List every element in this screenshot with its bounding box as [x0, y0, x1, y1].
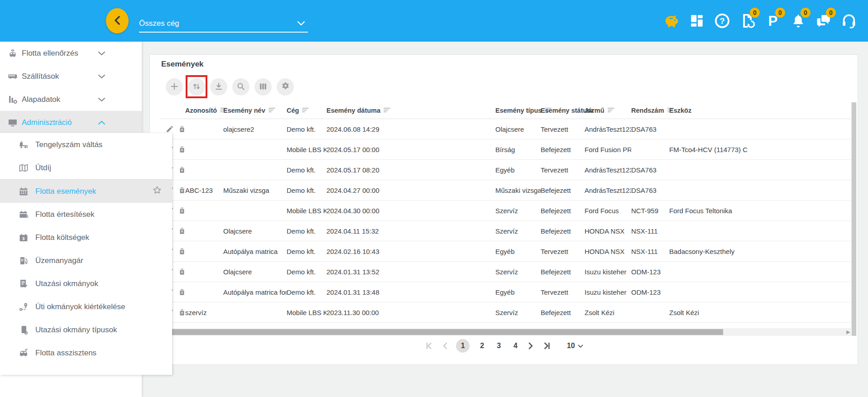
table-row: OlajcsereDemo kft.2024.04.11 15:32Szerví…	[160, 221, 851, 241]
delete-button[interactable]	[178, 166, 186, 174]
sidebar-item-travel-doc-evaluation[interactable]: Úti okmányok kiértékelése	[0, 295, 172, 318]
messages-icon[interactable]: 0	[814, 11, 833, 31]
filter-sort-icon[interactable]	[384, 107, 390, 114]
table-cell: Demo kft.	[287, 248, 326, 255]
chevron-down-icon	[578, 342, 583, 350]
sidebar-item-fleet-costs[interactable]: $ Flotta költségek	[0, 226, 172, 249]
filter-sort-icon[interactable]	[269, 107, 275, 114]
company-selector[interactable]: Összes cég	[139, 15, 308, 33]
table-cell: Műszaki vizsga	[223, 187, 287, 194]
delete-button[interactable]	[178, 227, 186, 235]
column-header[interactable]: Cég	[287, 107, 326, 114]
delete-button[interactable]	[178, 288, 186, 296]
next-page-button[interactable]	[528, 341, 534, 350]
horizontal-scrollbar[interactable]: ◀ ▶	[160, 328, 851, 336]
table-cell: 2024.04.11 15:32	[326, 227, 495, 235]
delete-button[interactable]	[178, 206, 186, 215]
table-cell: Mobile LBS Kft.	[287, 207, 326, 215]
favorite-star-icon[interactable]	[152, 185, 162, 197]
column-header[interactable]: Esemény státusz	[541, 107, 585, 114]
first-page-button[interactable]	[424, 341, 433, 350]
page-button[interactable]: 2	[478, 341, 486, 351]
sidebar-item-fuel-price[interactable]: F Üzemanyagár	[0, 249, 172, 272]
scrollbar-thumb[interactable]	[852, 102, 856, 336]
search-icon	[236, 82, 245, 92]
filter-sort-icon[interactable]	[608, 107, 614, 114]
table-cell: 2024.05.17 08:20	[326, 166, 495, 174]
column-header[interactable]: Jármű	[585, 107, 631, 114]
page-button[interactable]: 4	[511, 341, 520, 351]
previous-page-button[interactable]	[441, 341, 448, 350]
sidebar-item-label: Flotta ellenőrzés	[22, 49, 78, 58]
sidebar-item-toll[interactable]: Útdíj	[0, 156, 172, 179]
column-header[interactable]: Azonosító	[185, 107, 223, 114]
table-cell: AndrásTeszt1234	[585, 187, 631, 194]
sidebar-item-travel-documents[interactable]: Utazási okmányok	[0, 272, 172, 295]
add-event-button[interactable]	[166, 78, 183, 96]
vertical-scrollbar[interactable]	[851, 102, 857, 336]
settings-button[interactable]	[277, 78, 294, 96]
table-cell: HONDA NSX	[585, 248, 631, 255]
filter-sort-icon[interactable]	[302, 107, 309, 114]
delete-button[interactable]	[178, 145, 186, 153]
sidebar-item-label: Szállítások	[22, 72, 59, 81]
table-cell: 2024.01.31 13:48	[326, 288, 495, 296]
table-cell: Szervíz	[495, 227, 541, 235]
calendar-icon	[18, 186, 29, 197]
table-row: Autópálya matrica fordulóDemo kft.2024.0…	[160, 282, 851, 302]
help-icon[interactable]: ?	[713, 11, 731, 31]
table-cell: ABC-123	[185, 187, 223, 194]
table-row: Mobile LBS Kft.2024.05.17 00:00BírságBef…	[160, 139, 851, 160]
table-cell: Demo kft.	[287, 187, 326, 194]
column-header[interactable]: Esemény név	[223, 107, 287, 114]
column-header[interactable]: Rendszám	[631, 107, 669, 114]
column-header-label: Azonosító	[185, 107, 217, 114]
collapse-sidebar-button[interactable]	[106, 8, 129, 33]
columns-icon	[259, 82, 268, 92]
delete-button[interactable]	[178, 268, 186, 276]
search-button[interactable]	[232, 78, 249, 96]
sidebar-item-administration[interactable]: Adminisztráció	[0, 111, 142, 134]
page-button[interactable]: 1	[456, 339, 470, 353]
table-cell: DSA763	[631, 166, 669, 174]
column-header[interactable]: Esemény dátuma	[326, 107, 495, 114]
chevron-down-icon	[98, 49, 106, 58]
export-button[interactable]	[210, 78, 227, 96]
page-button[interactable]: 3	[494, 341, 503, 351]
sidebar-item-fleet-assistant[interactable]: Flotta asszisztens	[0, 341, 172, 364]
sort-button[interactable]	[188, 78, 205, 96]
sidebar-item-fleet-notifications[interactable]: Flotta értesítések	[0, 203, 172, 226]
columns-button[interactable]	[254, 78, 272, 96]
axle-change-icon	[18, 139, 29, 150]
scroll-right-arrow-icon[interactable]: ▶	[846, 329, 851, 335]
sidebar-item-axle-change[interactable]: Tengelyszám váltás	[0, 133, 172, 156]
chevron-down-icon	[98, 95, 106, 104]
table-cell: Olajcsere	[223, 268, 287, 276]
sidebar-item-label: Üzemanyagár	[35, 256, 83, 265]
page-size-selector[interactable]: 10	[567, 342, 583, 350]
last-page-button[interactable]	[542, 341, 551, 350]
table-cell: Demo kft.	[287, 227, 326, 235]
document-refresh-icon[interactable]: 0	[738, 11, 757, 31]
notifications-icon[interactable]: 0	[789, 11, 807, 31]
headset-icon[interactable]	[839, 11, 858, 31]
sidebar-item-travel-doc-types[interactable]: Utazási okmány típusok	[0, 318, 172, 341]
column-header[interactable]: Eszköz	[669, 107, 851, 114]
sidebar-item-transports[interactable]: Szállítások	[0, 65, 142, 88]
column-header[interactable]: Esemény típus	[495, 107, 541, 114]
scrollbar-thumb[interactable]	[165, 329, 723, 335]
sidebar-item-base-data[interactable]: Alapadatok	[0, 88, 142, 111]
edit-button[interactable]	[166, 125, 174, 133]
dashboard-icon[interactable]	[687, 11, 706, 31]
piggy-bank-icon[interactable]	[662, 11, 681, 31]
table-cell: Befejezett	[541, 146, 585, 153]
delete-button[interactable]	[178, 125, 186, 133]
table-cell: ODM-123	[631, 288, 669, 296]
sidebar-item-fleet-check[interactable]: Flotta ellenőrzés	[0, 42, 142, 65]
badge-count: 0	[750, 8, 760, 18]
delete-button[interactable]	[178, 247, 186, 255]
table-cell: Befejezett	[541, 309, 585, 316]
parking-icon[interactable]: P 0	[763, 11, 782, 31]
sidebar-item-fleet-events[interactable]: Flotta események	[0, 180, 172, 203]
svg-text:?: ?	[719, 16, 724, 26]
